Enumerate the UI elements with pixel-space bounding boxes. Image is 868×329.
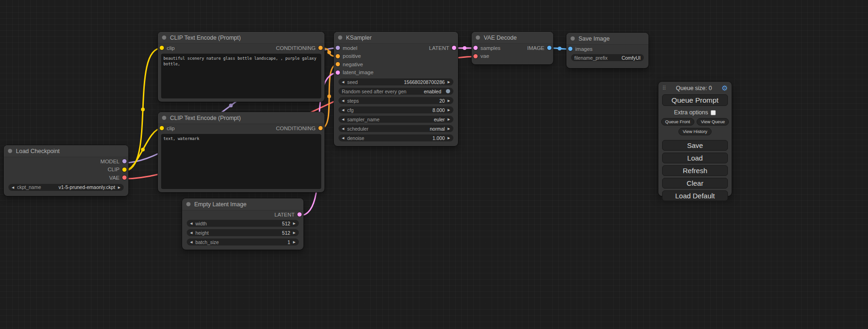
widget-label: steps: [347, 98, 359, 104]
decrement-arrow-icon[interactable]: ◀: [342, 118, 344, 121]
node-titlebar[interactable]: CLIP Text Encode (Prompt): [158, 112, 325, 124]
output-label-latent: LATENT: [275, 212, 295, 217]
clear-button[interactable]: Clear: [662, 178, 728, 189]
queue-prompt-button[interactable]: Queue Prompt: [662, 94, 728, 106]
output-port-latent[interactable]: [297, 212, 302, 217]
queue-front-button[interactable]: Queue Front: [661, 118, 694, 126]
negative-prompt-textarea[interactable]: text, watermark: [161, 134, 321, 189]
node-clip-text-encode-positive[interactable]: CLIP Text Encode (Prompt) clip CONDITION…: [158, 32, 325, 102]
save-button[interactable]: Save: [662, 140, 728, 151]
decrement-arrow-icon[interactable]: ◀: [190, 240, 192, 244]
collapse-dot-icon[interactable]: [571, 36, 575, 41]
port-row: VAE: [4, 174, 128, 182]
decrement-arrow-icon[interactable]: ◀: [12, 186, 14, 189]
node-titlebar[interactable]: VAE Decode: [472, 32, 553, 44]
collapse-dot-icon[interactable]: [162, 35, 166, 40]
node-save-image[interactable]: Save Image images filename_prefix ComfyU…: [566, 33, 649, 68]
collapse-dot-icon[interactable]: [162, 116, 166, 120]
output-port-conditioning[interactable]: [318, 126, 323, 130]
sampler-name-widget[interactable]: ◀ sampler_name euler ▶: [339, 116, 453, 123]
widget-label: Random seed after every gen: [342, 89, 406, 94]
load-button[interactable]: Load: [662, 153, 728, 163]
output-port-vae[interactable]: [122, 175, 127, 180]
node-titlebar[interactable]: Load Checkpoint: [4, 145, 128, 157]
increment-arrow-icon[interactable]: ▶: [448, 118, 450, 121]
drag-handle-icon[interactable]: ⠿: [662, 85, 666, 91]
decrement-arrow-icon[interactable]: ◀: [190, 222, 192, 225]
input-port-images[interactable]: [568, 47, 572, 51]
output-port-image[interactable]: [547, 46, 551, 50]
input-label-latent-image: latent_image: [343, 70, 374, 75]
collapse-dot-icon[interactable]: [8, 149, 12, 153]
widget-value: 156680208700286: [404, 79, 445, 85]
node-titlebar[interactable]: CLIP Text Encode (Prompt): [158, 32, 325, 44]
random-seed-toggle[interactable]: Random seed after every gen enabled: [339, 88, 453, 95]
refresh-button[interactable]: Refresh: [662, 165, 728, 176]
widget-value: enabled: [424, 89, 441, 94]
widget-label: scheduler: [347, 126, 368, 132]
decrement-arrow-icon[interactable]: ◀: [342, 108, 344, 112]
input-port-model[interactable]: [336, 46, 340, 50]
output-port-latent[interactable]: [452, 46, 456, 50]
settings-gear-icon[interactable]: ⚙: [722, 84, 728, 91]
cfg-widget[interactable]: ◀ cfg 8.000 ▶: [339, 106, 453, 113]
collapse-dot-icon[interactable]: [186, 202, 191, 206]
increment-arrow-icon[interactable]: ▶: [118, 186, 120, 189]
node-titlebar[interactable]: Save Image: [566, 33, 649, 45]
node-empty-latent-image[interactable]: Empty Latent Image LATENT ◀ width 512 ▶ …: [182, 198, 303, 250]
collapse-dot-icon[interactable]: [338, 35, 342, 40]
output-port-model[interactable]: [122, 159, 127, 163]
input-label-clip: clip: [167, 126, 175, 131]
output-port-conditioning[interactable]: [318, 46, 323, 50]
input-port-samples[interactable]: [473, 46, 478, 50]
increment-arrow-icon[interactable]: ▶: [448, 80, 450, 84]
increment-arrow-icon[interactable]: ▶: [448, 108, 450, 112]
load-default-button[interactable]: Load Default: [662, 190, 728, 201]
collapse-dot-icon[interactable]: [476, 35, 480, 40]
widget-value: v1-5-pruned-emaonly.ckpt: [58, 184, 115, 190]
increment-arrow-icon[interactable]: ▶: [448, 99, 450, 102]
increment-arrow-icon[interactable]: ▶: [293, 240, 296, 244]
input-port-vae[interactable]: [473, 54, 478, 58]
output-label-image: IMAGE: [527, 45, 544, 51]
height-widget[interactable]: ◀ height 512 ▶: [187, 229, 299, 236]
comfy-menu-panel: ⠿ Queue size: 0 ⚙ Queue Prompt Extra opt…: [658, 82, 732, 196]
node-titlebar[interactable]: Empty Latent Image: [182, 198, 303, 210]
positive-prompt-textarea[interactable]: beautiful scenery nature glass bottle la…: [161, 54, 321, 99]
toggle-knob-icon[interactable]: [446, 89, 450, 93]
decrement-arrow-icon[interactable]: ◀: [342, 127, 344, 130]
width-widget[interactable]: ◀ width 512 ▶: [187, 220, 299, 227]
scheduler-widget[interactable]: ◀ scheduler normal ▶: [339, 125, 453, 132]
increment-arrow-icon[interactable]: ▶: [293, 222, 296, 225]
view-queue-button[interactable]: View Queue: [697, 118, 729, 126]
node-load-checkpoint[interactable]: Load Checkpoint MODEL CLIP VAE ◀ ckpt_na…: [4, 145, 128, 196]
extra-options-checkbox[interactable]: [711, 110, 716, 115]
increment-arrow-icon[interactable]: ▶: [293, 231, 296, 234]
view-history-button[interactable]: View History: [678, 128, 712, 135]
batch-size-widget[interactable]: ◀ batch_size 1 ▶: [187, 238, 299, 245]
input-port-negative[interactable]: [336, 62, 340, 66]
node-clip-text-encode-negative[interactable]: CLIP Text Encode (Prompt) clip CONDITION…: [158, 112, 325, 192]
decrement-arrow-icon[interactable]: ◀: [342, 80, 344, 84]
increment-arrow-icon[interactable]: ▶: [448, 127, 450, 130]
seed-widget[interactable]: ◀ seed 156680208700286 ▶: [339, 78, 453, 85]
input-port-clip[interactable]: [160, 126, 164, 130]
decrement-arrow-icon[interactable]: ◀: [342, 99, 344, 102]
node-vae-decode[interactable]: VAE Decode samples IMAGE vae: [472, 32, 553, 64]
node-titlebar[interactable]: KSampler: [334, 32, 458, 44]
decrement-arrow-icon[interactable]: ◀: [190, 231, 192, 234]
output-port-clip[interactable]: [122, 168, 127, 172]
steps-widget[interactable]: ◀ steps 20 ▶: [339, 97, 453, 104]
input-port-latent-image[interactable]: [336, 70, 340, 75]
input-port-positive[interactable]: [336, 54, 340, 58]
increment-arrow-icon[interactable]: ▶: [448, 136, 450, 140]
denoise-widget[interactable]: ◀ denoise 1.000 ▶: [339, 134, 453, 141]
filename-prefix-widget[interactable]: filename_prefix ComfyUI: [571, 54, 644, 61]
node-ksampler[interactable]: KSampler model LATENT positive negative …: [334, 32, 458, 146]
output-label-clip: CLIP: [107, 167, 120, 172]
input-label-positive: positive: [343, 53, 361, 59]
decrement-arrow-icon[interactable]: ◀: [342, 136, 344, 140]
input-label-clip: clip: [167, 45, 175, 51]
input-port-clip[interactable]: [160, 46, 164, 50]
ckpt-name-widget[interactable]: ◀ ckpt_name v1-5-pruned-emaonly.ckpt ▶: [8, 184, 124, 191]
